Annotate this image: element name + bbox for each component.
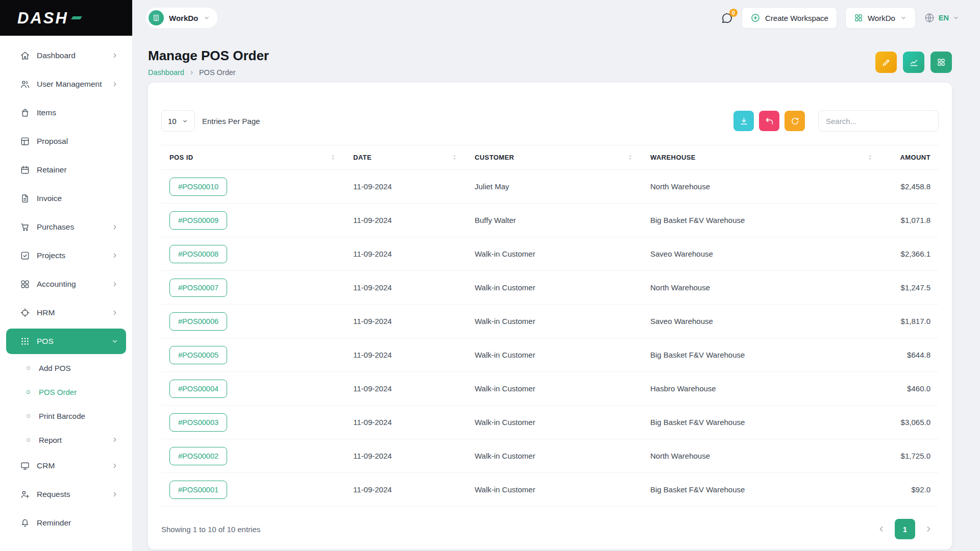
breadcrumb-dashboard-link[interactable]: Dashboard <box>148 68 184 77</box>
undo-arrow-icon <box>765 116 774 126</box>
sidebar-item-retainer[interactable]: Retainer <box>6 157 126 183</box>
chevron-left-icon <box>877 524 886 534</box>
amount-cell: $1,071.8 <box>882 204 939 237</box>
pos-id-link[interactable]: #POS00009 <box>169 211 227 230</box>
column-header-customer[interactable]: CUSTOMER <box>467 145 642 170</box>
pagination-next-button[interactable] <box>918 519 939 539</box>
sidebar-item-pos[interactable]: POS <box>6 329 126 354</box>
sidebar-item-label: CRM <box>37 461 111 470</box>
pagination-page-1[interactable]: 1 <box>895 519 915 539</box>
sidebar-item-purchases[interactable]: Purchases <box>6 214 126 240</box>
create-workspace-button[interactable]: Create Workspace <box>742 7 837 29</box>
workspace-selector[interactable]: WorkDo <box>146 8 217 28</box>
home-icon <box>20 51 30 61</box>
amount-cell: $2,366.1 <box>882 237 939 271</box>
apps-icon <box>20 336 30 346</box>
page-content: Manage POS Order Dashboard POS Order <box>133 36 980 551</box>
search-input[interactable] <box>818 110 939 132</box>
table-row: #POS0000211-09-2024Walk-in CustomerNorth… <box>161 439 939 473</box>
sidebar-item-label: Proposal <box>37 137 119 146</box>
date-cell: 11-09-2024 <box>345 237 467 271</box>
sidebar-subitem-pos-order[interactable]: POS Order <box>6 381 126 403</box>
pos-id-link[interactable]: #POS00002 <box>169 447 227 465</box>
sidebar-item-projects[interactable]: Projects <box>6 243 126 268</box>
entries-per-page-select[interactable]: 10 <box>161 110 195 132</box>
sidebar-subitem-print-barcode[interactable]: Print Barcode <box>6 405 126 427</box>
sidebar-item-label: Dashboard <box>37 51 111 60</box>
card-footer: Showing 1 to 10 of 10 entries 1 <box>161 519 939 539</box>
grid-view-button[interactable] <box>930 52 952 73</box>
sidebar-item-reminder[interactable]: Reminder <box>6 510 126 536</box>
pos-id-link[interactable]: #POS00008 <box>169 245 227 263</box>
building-icon <box>152 14 160 22</box>
date-cell: 11-09-2024 <box>345 170 467 204</box>
workdo-menu-label: WorkDo <box>868 14 895 22</box>
layout-icon <box>20 136 30 146</box>
chevron-right-icon <box>188 69 195 76</box>
pencil-icon <box>881 58 891 67</box>
sidebar-item-dashboard[interactable]: Dashboard <box>6 43 126 68</box>
table-header-row: POS ID DATE CUSTOMER WAREHOUSE AMOUNT <box>161 145 939 170</box>
chevron-down-icon <box>111 337 119 345</box>
column-header-pos-id[interactable]: POS ID <box>161 145 345 170</box>
sidebar-item-items[interactable]: Items <box>6 100 126 126</box>
logo-box: DASH <box>0 0 132 36</box>
warehouse-cell: Saveo Warehouse <box>642 237 882 271</box>
sidebar-item-hrm[interactable]: HRM <box>6 300 126 325</box>
users-icon <box>20 79 30 89</box>
monitor-icon <box>20 461 30 471</box>
pagination-prev-button[interactable] <box>871 519 892 539</box>
pos-id-link[interactable]: #POS00010 <box>169 178 227 196</box>
pos-id-link[interactable]: #POS00006 <box>169 312 227 331</box>
chevron-right-icon <box>111 223 119 231</box>
brand-logo[interactable]: DASH <box>17 10 81 26</box>
pos-id-cell: #POS00010 <box>161 170 345 204</box>
column-header-date[interactable]: DATE <box>345 145 467 170</box>
pos-id-cell: #POS00004 <box>161 372 345 406</box>
topbar-actions: 0 Create Workspace WorkDo EN <box>721 7 960 29</box>
pos-id-cell: #POS00005 <box>161 338 345 372</box>
pos-id-cell: #POS00001 <box>161 473 345 507</box>
pos-id-link[interactable]: #POS00003 <box>169 413 227 432</box>
chevron-right-icon <box>111 490 119 498</box>
workdo-menu-button[interactable]: WorkDo <box>845 7 916 29</box>
export-button[interactable] <box>733 111 754 131</box>
grid-icon <box>854 13 863 22</box>
sidebar-item-user-management[interactable]: User Management <box>6 71 126 97</box>
messages-button[interactable]: 0 <box>721 12 733 24</box>
sidebar-item-accounting[interactable]: Accounting <box>6 271 126 297</box>
sidebar-subitem-add-pos[interactable]: Add POS <box>6 357 126 379</box>
language-selector[interactable]: EN <box>924 12 960 23</box>
undo-button[interactable] <box>759 111 779 131</box>
edit-button[interactable] <box>875 52 897 73</box>
sidebar-item-crm[interactable]: CRM <box>6 453 126 479</box>
refresh-button[interactable] <box>785 111 805 131</box>
amount-cell: $1,725.0 <box>882 439 939 473</box>
pos-id-link[interactable]: #POS00004 <box>169 380 227 398</box>
page-title: Manage POS Order <box>148 48 269 64</box>
bullet-icon <box>27 366 30 370</box>
page-actions <box>875 52 952 73</box>
warehouse-cell: Hasbro Warehouse <box>642 372 882 406</box>
chevron-right-icon <box>924 524 933 534</box>
calendar-icon <box>20 165 30 175</box>
column-header-warehouse[interactable]: WAREHOUSE <box>642 145 882 170</box>
pos-id-link[interactable]: #POS00005 <box>169 346 227 364</box>
chart-button[interactable] <box>903 52 924 73</box>
sidebar-subitem-label: Report <box>39 436 111 444</box>
sidebar-item-requests[interactable]: Requests <box>6 482 126 507</box>
main-area: WorkDo 0 Create Workspace WorkDo <box>133 0 980 551</box>
sidebar-item-label: Purchases <box>37 222 111 232</box>
customer-cell: Juliet May <box>467 170 642 204</box>
sidebar-subitem-report[interactable]: Report <box>6 429 126 450</box>
sidebar-subitem-label: Add POS <box>39 364 119 372</box>
sidebar-item-label: Projects <box>37 251 111 260</box>
column-header-amount[interactable]: AMOUNT <box>882 145 939 170</box>
pos-id-link[interactable]: #POS00001 <box>169 481 227 499</box>
sidebar-item-invoice[interactable]: Invoice <box>6 186 126 211</box>
sidebar-item-label: Items <box>37 108 119 117</box>
sidebar-item-proposal[interactable]: Proposal <box>6 129 126 154</box>
warehouse-cell: Big Basket F&V Warehouse <box>642 338 882 372</box>
pos-id-link[interactable]: #POS00007 <box>169 279 227 297</box>
table-row: #POS0000811-09-2024Walk-in CustomerSaveo… <box>161 237 939 271</box>
